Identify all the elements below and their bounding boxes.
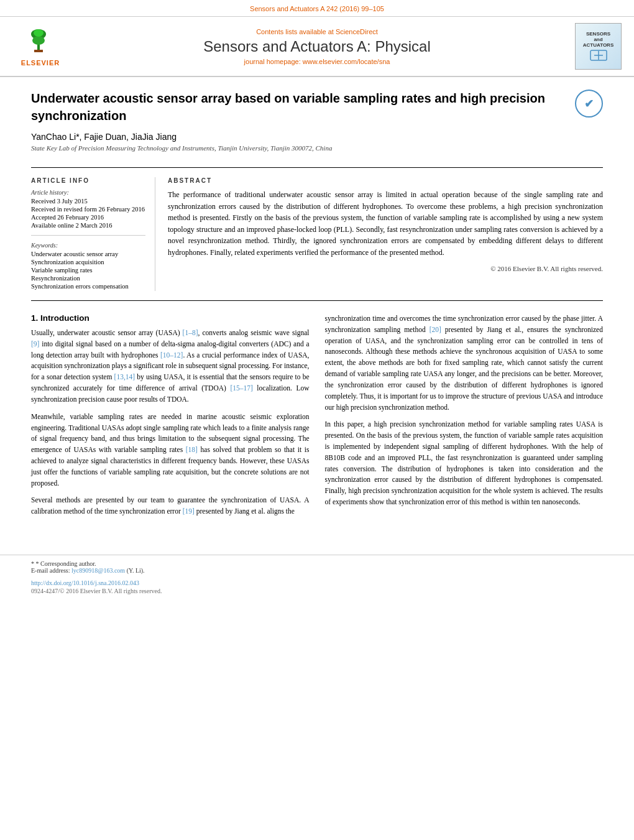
ref-19[interactable]: [19] (183, 507, 195, 515)
sciencedirect-line: Contents lists available at ScienceDirec… (68, 28, 566, 35)
article-body: ARTICLE INFO Article history: Received 3… (31, 167, 603, 301)
keyword1: Underwater acoustic sensor array (31, 251, 145, 257)
divider1 (31, 235, 145, 236)
crossmark-logo[interactable]: ✔ (575, 90, 603, 118)
homepage-url[interactable]: www.elsevier.com/locate/sna (303, 58, 390, 65)
email-link[interactable]: lyc890918@163.com (71, 567, 125, 574)
ref-1-8[interactable]: [1–8] (183, 329, 198, 336)
journal-header: ELSEVIER Contents lists available at Sci… (0, 17, 634, 77)
sa-logo-icon (589, 49, 608, 62)
email-suffix: (Y. Li). (127, 567, 145, 574)
intro-para2: Meanwhile, variable sampling rates are n… (31, 412, 310, 489)
keywords-label: Keywords: (31, 242, 145, 249)
ref-20[interactable]: [20] (430, 326, 441, 333)
journal-center: Contents lists available at ScienceDirec… (68, 28, 566, 65)
sa-logo-box: SENSORS and ACTUATORS (575, 23, 622, 70)
abstract-title: ABSTRACT (168, 177, 603, 184)
section-1-heading: 1. Introduction (31, 313, 310, 323)
footnote-corresponding: * * Corresponding author. (31, 560, 603, 567)
keyword2: Synchronization acquisition (31, 259, 145, 265)
keyword3: Variable sampling rates (31, 267, 145, 274)
article-title-text: Underwater acoustic sensor array based o… (31, 90, 563, 161)
accepted: Accepted 26 February 2016 (31, 214, 145, 221)
section-title: Introduction (40, 313, 90, 323)
abstract-text: The performance of traditional underwate… (168, 189, 603, 259)
journal-logo-right: SENSORS and ACTUATORS (566, 23, 622, 70)
keywords-section: Keywords: Underwater acoustic sensor arr… (31, 242, 145, 290)
column-left: 1. Introduction Usually, underwater acou… (31, 313, 310, 524)
ref-10-12[interactable]: [10–12] (160, 351, 183, 359)
copyright: © 2016 Elsevier B.V. All rights reserved… (168, 265, 603, 272)
keyword4: Resynchronization (31, 275, 145, 282)
section-number: 1. (31, 313, 40, 323)
svg-point-4 (34, 29, 44, 37)
right-para1: synchronization time and overcomes the t… (325, 313, 604, 413)
article-info-title: ARTICLE INFO (31, 177, 145, 184)
sciencedirect-link-text[interactable]: ScienceDirect (336, 28, 378, 35)
available-online: Available online 2 March 2016 (31, 222, 145, 229)
received1: Received 3 July 2015 (31, 198, 145, 205)
sa-logo-line2: and (594, 37, 602, 42)
article-info: ARTICLE INFO Article history: Received 3… (31, 177, 155, 291)
homepage-label: journal homepage: (244, 58, 303, 65)
article-content: Underwater acoustic sensor array based o… (0, 77, 634, 536)
page-footer: * * Corresponding author. E-mail address… (0, 555, 634, 601)
sa-logo-line1: SENSORS (586, 31, 610, 37)
issn-line: 0924-4247/© 2016 Elsevier B.V. All right… (31, 588, 603, 594)
corresponding-label: * Corresponding author. (36, 560, 96, 567)
article-title: Underwater acoustic sensor array based o… (31, 90, 563, 124)
journal-ref: Sensors and Actuators A 242 (2016) 99–10… (250, 5, 384, 12)
right-para2: In this paper, a high precision synchron… (325, 419, 604, 508)
affiliation: State Key Lab of Precision Measuring Tec… (31, 144, 563, 152)
received-revised: Received in revised form 26 February 201… (31, 206, 145, 213)
keyword5: Synchronization errors compensation (31, 283, 145, 290)
authors: YanChao Li*, Fajie Duan, JiaJia Jiang (31, 132, 563, 142)
journal-title: Sensors and Actuators A: Physical (68, 38, 566, 55)
main-columns: 1. Introduction Usually, underwater acou… (31, 313, 603, 524)
crossmark-inner: ✔ (575, 90, 603, 118)
intro-para3: Several methods are presented by our tea… (31, 495, 310, 517)
crossmark-letter: ✔ (584, 97, 594, 111)
elsevier-wordmark: ELSEVIER (21, 59, 60, 67)
top-bar: Sensors and Actuators A 242 (2016) 99–10… (0, 0, 634, 17)
intro-para1: Usually, underwater acoustic sensor arra… (31, 328, 310, 405)
ref-9[interactable]: [9] (31, 340, 39, 348)
ref-13-14[interactable]: [13,14] (114, 373, 136, 381)
page-wrapper: Sensors and Actuators A 242 (2016) 99–10… (0, 0, 634, 601)
ref-18[interactable]: [18] (186, 446, 198, 453)
history-label: Article history: (31, 189, 145, 196)
doi-link[interactable]: http://dx.doi.org/10.1016/j.sna.2016.02.… (31, 579, 139, 586)
email-label: E-mail address: (31, 567, 70, 574)
svg-point-3 (32, 36, 45, 45)
authors-text: YanChao Li*, Fajie Duan, JiaJia Jiang (31, 132, 177, 142)
elsevier-logo-svg (16, 27, 65, 58)
sa-logo-line3: ACTUATORS (583, 42, 613, 48)
contents-label: Contents lists available at (256, 28, 336, 35)
journal-homepage: journal homepage: www.elsevier.com/locat… (68, 58, 566, 65)
footnote-marker: * (31, 560, 36, 567)
column-right: synchronization time and overcomes the t… (325, 313, 604, 524)
abstract-section: ABSTRACT The performance of traditional … (168, 177, 603, 291)
ref-15-17[interactable]: [15–17] (230, 384, 252, 392)
article-title-section: Underwater acoustic sensor array based o… (31, 90, 603, 161)
footnote-email: E-mail address: lyc890918@163.com (Y. Li… (31, 567, 603, 574)
elsevier-logo: ELSEVIER (12, 27, 68, 67)
svg-rect-5 (34, 50, 43, 52)
